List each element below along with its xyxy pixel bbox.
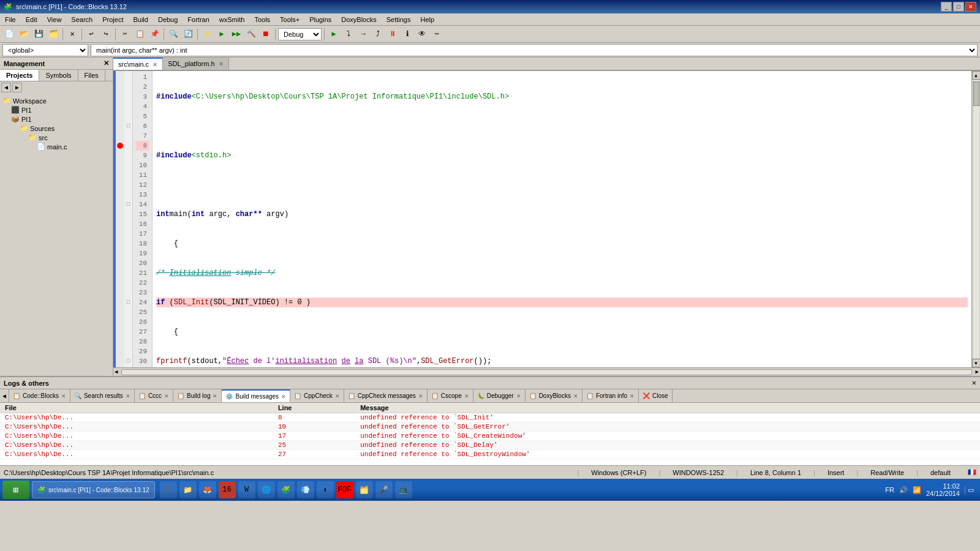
fold-14[interactable]: □ bbox=[124, 200, 132, 209]
debug-extra-button[interactable]: ⋯ bbox=[430, 28, 443, 41]
function-combo[interactable]: main(int argc, char** argv) : int bbox=[91, 44, 978, 56]
menu-fortran[interactable]: Fortran bbox=[183, 13, 214, 25]
file-tab-sdlplatform[interactable]: SDL_platform.h ✕ bbox=[163, 58, 228, 70]
file-tab-mainc[interactable]: src\main.c ✕ bbox=[113, 58, 163, 70]
vscroll-thumb[interactable] bbox=[973, 81, 979, 106]
logs-tab-fortraninfo[interactable]: 📋 Fortran info ✕ bbox=[582, 389, 639, 402]
logs-tab-cscope-close[interactable]: ✕ bbox=[464, 393, 469, 399]
vscroll-track[interactable] bbox=[973, 80, 980, 359]
menu-search[interactable]: Search bbox=[66, 13, 97, 25]
logs-close-icon[interactable]: ✕ bbox=[972, 378, 976, 388]
bp-30[interactable] bbox=[116, 356, 124, 366]
paste-button[interactable]: 📌 bbox=[148, 28, 161, 41]
taskbar-folder-icon[interactable]: 🗂️ bbox=[356, 481, 373, 498]
debug-step-button[interactable]: ⤵ bbox=[342, 28, 355, 41]
code-line-9[interactable]: { bbox=[156, 327, 968, 337]
code-line-7[interactable]: /* Initialisation simple */ bbox=[156, 268, 968, 278]
logs-tab-search-close[interactable]: ✕ bbox=[126, 393, 130, 399]
run-button[interactable]: ▶ bbox=[215, 28, 228, 41]
fold-24[interactable]: □ bbox=[124, 298, 132, 307]
save-all-button[interactable]: 🗂️ bbox=[47, 28, 60, 41]
bp-2[interactable] bbox=[116, 82, 124, 92]
find-button[interactable]: 🔍 bbox=[167, 28, 180, 41]
code-line-4[interactable] bbox=[156, 180, 968, 190]
sidebar-prev-button[interactable]: ◀ bbox=[1, 83, 11, 92]
table-row[interactable]: C:\Users\hp\De... 10 undefined reference… bbox=[0, 422, 980, 432]
code-line-2[interactable] bbox=[156, 121, 968, 131]
menu-edit[interactable]: Edit bbox=[21, 13, 42, 25]
logs-tab-cccc-close[interactable]: ✕ bbox=[164, 393, 169, 399]
fold-30[interactable]: □ bbox=[124, 356, 132, 366]
tree-workspace[interactable]: 📁 Workspace bbox=[2, 96, 110, 105]
bp-24[interactable] bbox=[116, 298, 124, 307]
tree-project-pi1-inactive[interactable]: ⬛ PI1 bbox=[2, 105, 110, 114]
logs-tab-cppcheckmsg[interactable]: 📋 CppCheck messages ✕ bbox=[344, 389, 428, 402]
maximize-button[interactable]: □ bbox=[953, 2, 964, 12]
code-line-10[interactable]: fprintf(stdout,"Échec de l'initialisatio… bbox=[156, 356, 968, 366]
table-row[interactable]: C:\Users\hp\De... 8 undefined reference … bbox=[0, 413, 980, 422]
logs-tab-codeblocks[interactable]: 📋 Code::Blocks ✕ bbox=[9, 389, 70, 402]
build-button[interactable]: ▶▶ bbox=[230, 28, 243, 41]
bp-16[interactable] bbox=[116, 219, 124, 229]
menu-tools[interactable]: Tools bbox=[249, 13, 275, 25]
scope-combo[interactable]: <global> bbox=[2, 44, 88, 56]
bp-14[interactable] bbox=[116, 200, 124, 209]
title-bar-controls[interactable]: _ □ ✕ bbox=[941, 2, 976, 12]
bp-17[interactable] bbox=[116, 229, 124, 239]
menu-file[interactable]: File bbox=[0, 13, 21, 25]
file-tab-mainc-close[interactable]: ✕ bbox=[153, 61, 157, 68]
code-line-5[interactable]: int main(int argc, char** argv) bbox=[156, 209, 968, 219]
code-line-1[interactable]: #include <C:\Users\hp\Desktop\Cours\TSP … bbox=[156, 92, 968, 102]
minimize-button[interactable]: _ bbox=[941, 2, 952, 12]
menu-toolsplus[interactable]: Tools+ bbox=[275, 13, 304, 25]
logs-tab-close-all[interactable]: ❌ Close bbox=[639, 389, 673, 402]
bp-20[interactable] bbox=[116, 258, 124, 268]
save-button[interactable]: 💾 bbox=[32, 28, 45, 41]
logs-tab-codeblocks-close[interactable]: ✕ bbox=[61, 393, 66, 399]
taskbar-puzzle-icon[interactable]: 🧩 bbox=[277, 481, 295, 498]
taskbar-steam-icon[interactable]: 💨 bbox=[297, 481, 314, 498]
logs-tab-buildmsg[interactable]: ⚙️ Build messages ✕ bbox=[222, 389, 290, 402]
menu-build[interactable]: Build bbox=[128, 13, 153, 25]
bp-21[interactable] bbox=[116, 268, 124, 278]
bp-8[interactable] bbox=[116, 141, 124, 151]
code-content[interactable]: #include <C:\Users\hp\Desktop\Cours\TSP … bbox=[153, 71, 971, 367]
taskbar-files-icon[interactable]: 📁 bbox=[179, 481, 197, 498]
bp-28[interactable] bbox=[116, 337, 124, 347]
bp-6[interactable] bbox=[116, 121, 124, 131]
bp-29[interactable] bbox=[116, 347, 124, 356]
taskbar-media-icon[interactable]: 📺 bbox=[395, 481, 412, 498]
taskbar-mic-icon[interactable]: 🎤 bbox=[375, 481, 393, 498]
vscroll-down[interactable]: ▼ bbox=[972, 359, 981, 367]
menu-wxsmith[interactable]: wxSmith bbox=[214, 13, 250, 25]
logs-tab-doxyblocks-close[interactable]: ✕ bbox=[573, 393, 578, 399]
debug-run-button[interactable]: ▶ bbox=[327, 28, 341, 41]
hscroll-left[interactable]: ◀ bbox=[113, 369, 119, 375]
menu-settings[interactable]: Settings bbox=[382, 13, 416, 25]
menu-project[interactable]: Project bbox=[97, 13, 128, 25]
bp-9[interactable] bbox=[116, 151, 124, 160]
fold-6[interactable]: □ bbox=[124, 121, 132, 131]
logs-tab-cppcheck[interactable]: 📋 CppCheck ✕ bbox=[290, 389, 344, 402]
bp-23[interactable] bbox=[116, 288, 124, 298]
debug-stop-button[interactable]: ⏸ bbox=[386, 28, 399, 41]
logs-tab-buildlog[interactable]: 📋 Build log ✕ bbox=[173, 389, 222, 402]
debug-info-button[interactable]: ℹ bbox=[401, 28, 414, 41]
close-button[interactable]: ✕ bbox=[965, 2, 976, 12]
bp-10[interactable] bbox=[116, 160, 124, 170]
bp-19[interactable] bbox=[116, 249, 124, 258]
bp-22[interactable] bbox=[116, 278, 124, 288]
close-file-button[interactable]: ✕ bbox=[66, 28, 79, 41]
menu-view[interactable]: View bbox=[42, 13, 67, 25]
new-button[interactable]: 📄 bbox=[2, 28, 16, 41]
cut-button[interactable]: ✂ bbox=[118, 28, 132, 41]
logs-tab-cppcheckmsg-close[interactable]: ✕ bbox=[418, 393, 423, 399]
vscroll-up[interactable]: ▲ bbox=[972, 71, 981, 80]
copy-button[interactable]: 📋 bbox=[133, 28, 146, 41]
menu-debug[interactable]: Debug bbox=[153, 13, 183, 25]
bp-11[interactable] bbox=[116, 170, 124, 180]
sidebar-next-button[interactable]: ▶ bbox=[12, 83, 22, 92]
taskbar-word-icon[interactable]: W bbox=[238, 481, 255, 498]
menu-help[interactable]: Help bbox=[415, 13, 439, 25]
bp-27[interactable] bbox=[116, 327, 124, 337]
